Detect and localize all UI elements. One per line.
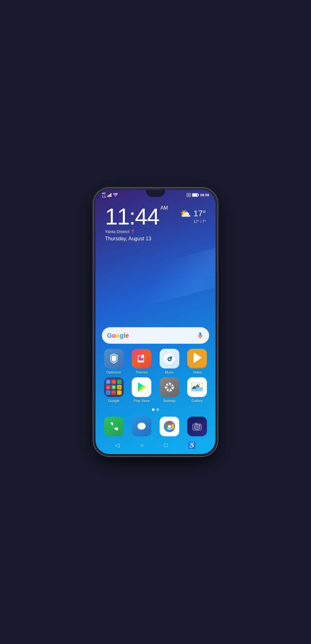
app-themes[interactable]: Themes [130,349,154,374]
gallery-label: Gallery [192,399,203,403]
weather-widget: ⛅ 17° 17° / 7° [180,205,206,224]
svg-rect-2 [109,194,110,197]
optimizer-icon [104,349,124,368]
nfc-icon: N [187,193,191,197]
google-folder-icon: G M 📍 ▶ 📊 🎮 📹 📷 [104,377,124,397]
svg-point-25 [198,384,200,386]
app-music[interactable]: Music [157,349,182,374]
app-settings[interactable]: Settings [157,377,182,403]
page-dot-1 [152,408,155,411]
wifi-icon [113,193,118,197]
app-optimizer[interactable]: Optimizer [102,349,126,374]
playstore-label: Play Store [134,399,150,403]
phone-screen: 4G1.1 N [96,190,215,454]
svg-point-32 [168,425,171,428]
themes-icon [132,349,151,368]
svg-rect-0 [107,196,108,197]
signal-text: 4G1.1 [102,192,106,198]
back-button[interactable]: ◁ [115,442,120,449]
home-button[interactable]: ○ [140,442,144,449]
svg-rect-6 [192,194,197,196]
svg-rect-5 [198,194,199,196]
time-display: 08:08 [200,193,209,197]
app-google-folder[interactable]: G M 📍 ▶ 📊 🎮 📹 📷 Google [102,377,126,403]
dock-messages[interactable] [130,417,154,436]
phone-icon [104,417,124,436]
recents-button[interactable]: □ [164,442,168,449]
video-icon [187,349,207,368]
video-label: Video [193,370,202,374]
camera-icon [187,417,207,436]
light-effect [96,245,215,320]
svg-point-26 [137,423,146,430]
microphone-icon[interactable] [196,332,204,339]
clock-area: 11:44AM Yanta District 📍 Thursday, Augus… [96,199,215,245]
themes-label: Themes [135,370,148,374]
search-bar-container: Google [96,327,215,349]
music-icon [160,349,179,368]
messages-icon [132,417,151,436]
google-search-bar[interactable]: Google [102,327,209,344]
app-grid-row1: Optimizer Themes [96,349,215,377]
status-right: N 08:08 [187,193,209,197]
accessibility-button[interactable]: ♿ [188,441,196,449]
clock-date: Thursday, August 13 [105,236,168,242]
playstore-icon [132,377,151,397]
google-logo: Google [107,332,129,339]
svg-point-36 [196,426,198,428]
clock-ampm: AM [160,205,168,211]
dock-camera[interactable] [185,417,209,436]
app-video[interactable]: Video [185,349,209,374]
dock-phone[interactable] [102,417,126,436]
music-label: Music [165,370,174,374]
svg-marker-16 [138,382,146,392]
settings-icon [160,377,179,397]
dock-chrome[interactable] [157,417,182,436]
gallery-icon [187,377,207,397]
signal-bars-icon [107,193,112,197]
app-playstore[interactable]: Play Store [130,377,154,403]
settings-label: Settings [163,399,176,403]
clock-location: Yanta District 📍 [105,229,168,234]
optimizer-label: Optimizer [106,370,121,374]
page-dot-2 [156,408,159,411]
svg-rect-9 [139,361,143,362]
clock-time-display: 11:44AM [105,205,168,228]
app-grid-row2: G M 📍 ▶ 📊 🎮 📹 📷 Google [96,377,215,406]
svg-rect-3 [110,193,111,197]
notch [146,190,165,197]
clock-hour-min: 11:44 [105,204,159,229]
chrome-icon [160,417,179,436]
phone-frame: 4G1.1 N [94,188,217,456]
clock-left: 11:44AM Yanta District 📍 Thursday, Augus… [105,205,168,242]
svg-rect-37 [199,425,201,426]
nav-bar: ◁ ○ □ ♿ [96,439,215,454]
weather-icon: ⛅ [180,208,191,219]
google-folder-label: Google [108,399,119,403]
dock [96,413,215,439]
weather-temp: 17° [194,209,206,218]
svg-rect-38 [195,423,197,424]
status-left: 4G1.1 [102,192,118,198]
status-bar: 4G1.1 N [96,190,215,199]
battery-icon [192,193,199,197]
weather-range: 17° / 7° [193,219,206,224]
svg-rect-1 [108,195,109,197]
app-gallery[interactable]: Gallery [185,377,209,403]
wallpaper-area [96,245,215,327]
svg-point-19 [168,385,171,389]
page-dots [96,406,215,413]
svg-point-13 [169,359,170,360]
